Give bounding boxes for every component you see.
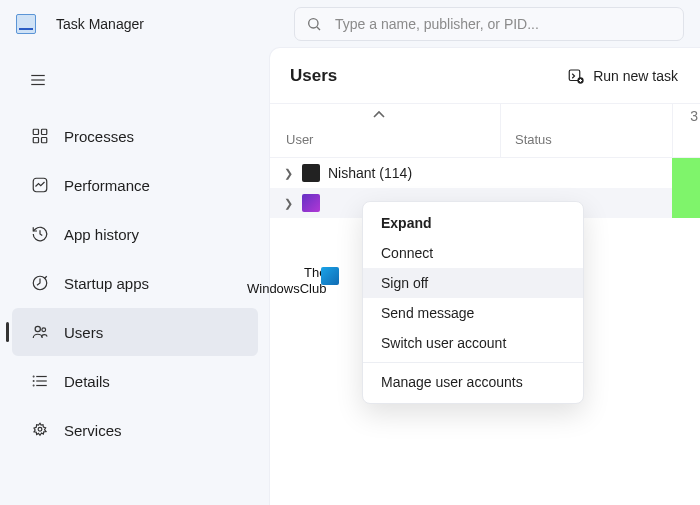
column-status[interactable]: Status bbox=[500, 104, 672, 157]
context-menu-send-message[interactable]: Send message bbox=[363, 298, 583, 328]
table-header: User Status 3 bbox=[270, 104, 700, 158]
sidebar-item-label: Performance bbox=[64, 177, 150, 194]
sidebar-item-startup-apps[interactable]: Startup apps bbox=[12, 259, 258, 307]
sidebar-item-app-history[interactable]: App history bbox=[12, 210, 258, 258]
users-icon bbox=[26, 323, 54, 341]
status-cell bbox=[672, 188, 700, 218]
svg-rect-5 bbox=[33, 129, 38, 134]
history-icon bbox=[26, 225, 54, 243]
user-avatar bbox=[302, 164, 320, 182]
sidebar-item-users[interactable]: Users bbox=[12, 308, 258, 356]
sidebar-item-label: App history bbox=[64, 226, 139, 243]
sidebar-item-label: Processes bbox=[64, 128, 134, 145]
sort-indicator-icon[interactable] bbox=[372, 110, 386, 120]
expand-chevron-icon[interactable]: ❯ bbox=[274, 167, 302, 180]
app-logo-icon bbox=[16, 14, 36, 34]
status-cell bbox=[672, 158, 700, 188]
context-menu-separator bbox=[363, 362, 583, 363]
svg-point-17 bbox=[33, 376, 34, 377]
page-title: Users bbox=[290, 66, 337, 86]
sidebar-item-processes[interactable]: Processes bbox=[12, 112, 258, 160]
svg-point-18 bbox=[33, 381, 34, 382]
expand-chevron-icon[interactable]: ❯ bbox=[274, 197, 302, 210]
svg-rect-6 bbox=[42, 129, 47, 134]
sidebar-item-label: Startup apps bbox=[64, 275, 149, 292]
run-new-task-button[interactable]: Run new task bbox=[565, 61, 680, 91]
svg-point-12 bbox=[35, 326, 40, 331]
search-wrap bbox=[294, 7, 684, 41]
sidebar-item-services[interactable]: Services bbox=[12, 406, 258, 454]
user-row[interactable]: ❯ Nishant (114) bbox=[270, 158, 700, 188]
grid-icon bbox=[26, 127, 54, 145]
context-menu-expand[interactable]: Expand bbox=[363, 208, 583, 238]
svg-line-1 bbox=[317, 27, 320, 30]
run-task-label: Run new task bbox=[593, 68, 678, 84]
app-title: Task Manager bbox=[56, 16, 144, 32]
sidebar-item-label: Users bbox=[64, 324, 103, 341]
watermark-line1: The bbox=[247, 265, 326, 281]
sidebar: Processes Performance App history Startu… bbox=[0, 48, 270, 505]
watermark-line2: WindowsClub bbox=[247, 281, 326, 297]
hamburger-button[interactable] bbox=[20, 62, 56, 98]
main-header: Users Run new task bbox=[270, 48, 700, 104]
title-bar: Task Manager bbox=[0, 0, 700, 48]
run-task-icon bbox=[567, 67, 585, 85]
search-icon bbox=[306, 16, 322, 32]
search-input[interactable] bbox=[294, 7, 684, 41]
context-menu-switch-user[interactable]: Switch user account bbox=[363, 328, 583, 358]
context-menu-connect[interactable]: Connect bbox=[363, 238, 583, 268]
svg-point-0 bbox=[309, 19, 318, 28]
column-edge-value: 3 bbox=[672, 104, 700, 157]
details-icon bbox=[26, 372, 54, 390]
services-icon bbox=[26, 421, 54, 439]
column-status-label: Status bbox=[515, 132, 552, 147]
watermark: The WindowsClub bbox=[247, 265, 326, 298]
context-menu: Expand Connect Sign off Send message Swi… bbox=[362, 201, 584, 404]
sidebar-item-details[interactable]: Details bbox=[12, 357, 258, 405]
user-avatar bbox=[302, 194, 320, 212]
sidebar-item-label: Details bbox=[64, 373, 110, 390]
column-user-label: User bbox=[286, 132, 313, 147]
svg-rect-7 bbox=[33, 138, 38, 143]
svg-point-13 bbox=[42, 328, 46, 332]
svg-point-19 bbox=[33, 385, 34, 386]
sidebar-item-label: Services bbox=[64, 422, 122, 439]
performance-icon bbox=[26, 176, 54, 194]
svg-rect-8 bbox=[42, 138, 47, 143]
svg-line-11 bbox=[45, 276, 47, 278]
startup-icon bbox=[26, 274, 54, 292]
watermark-icon bbox=[321, 267, 339, 285]
context-menu-manage-accounts[interactable]: Manage user accounts bbox=[363, 367, 583, 397]
user-name: Nishant (114) bbox=[328, 165, 412, 181]
sidebar-item-performance[interactable]: Performance bbox=[12, 161, 258, 209]
context-menu-sign-off[interactable]: Sign off bbox=[363, 268, 583, 298]
svg-point-20 bbox=[38, 427, 42, 431]
